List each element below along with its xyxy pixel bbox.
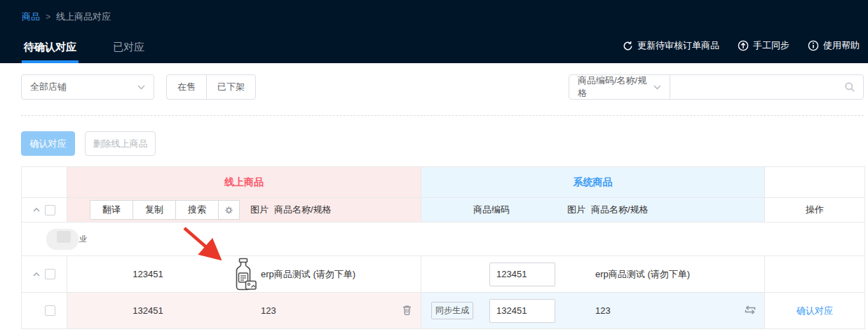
sync-generated-tag: 同步生成 xyxy=(431,302,473,319)
row-collapse-caret-up-icon[interactable] xyxy=(33,272,40,277)
search-type-select[interactable]: 商品编码/名称/规格 xyxy=(569,74,670,100)
manual-sync-label: 手工同步 xyxy=(753,39,789,52)
system-code-column-label: 商品编码 xyxy=(421,204,562,216)
copy-button[interactable]: 复制 xyxy=(133,200,176,220)
manual-sync-button[interactable]: 手工同步 xyxy=(738,39,789,52)
listing-status-button-group: 在售 已下架 xyxy=(166,74,256,100)
info-icon xyxy=(808,40,819,51)
upload-sync-icon xyxy=(738,40,749,51)
shop-select[interactable]: 全部店铺 xyxy=(21,74,154,100)
system-code-input[interactable] xyxy=(489,263,555,286)
group-header-online: 线上商品 xyxy=(67,167,421,197)
group-header-action-cell xyxy=(765,167,864,197)
settings-gear-button[interactable] xyxy=(218,200,240,220)
refresh-pending-orders-button[interactable]: 更新待审核订单商品 xyxy=(623,39,719,52)
breadcrumb: 商品 > 线上商品对应 xyxy=(0,0,868,23)
online-product-name: 123 xyxy=(259,305,421,316)
system-image-column-label: 图片 xyxy=(567,204,585,216)
system-product-name: 123 xyxy=(562,305,764,316)
chevron-down-icon xyxy=(653,85,661,90)
system-name-spec-column-label: 商品名称/规格 xyxy=(591,204,649,216)
confirm-match-button[interactable]: 确认对应 xyxy=(21,131,75,156)
on-sale-button[interactable]: 在售 xyxy=(166,74,207,100)
group-header-select-cell xyxy=(22,167,67,197)
delisted-button[interactable]: 已下架 xyxy=(206,74,256,100)
app-header: 商品 > 线上商品对应 待确认对应 已对应 更新待审核订单商品 手工同步 xyxy=(0,0,868,63)
online-name-spec-column-label: 商品名称/规格 xyxy=(274,204,332,216)
chevron-down-icon xyxy=(137,85,145,90)
tab-bar: 待确认对应 已对应 xyxy=(22,41,147,63)
help-button[interactable]: 使用帮助 xyxy=(808,39,860,52)
header-actions: 更新待审核订单商品 手工同步 使用帮助 xyxy=(623,39,860,52)
translate-button[interactable]: 翻译 xyxy=(90,200,133,220)
subheader-system-cell: 商品编码 图片 商品名称/规格 xyxy=(421,198,765,222)
search-input[interactable] xyxy=(670,75,844,99)
bottle-product-image xyxy=(230,258,258,291)
breadcrumb-current: 线上商品对应 xyxy=(56,11,111,23)
system-product-name: erp商品测试 (请勿下单) xyxy=(562,268,764,281)
shop-select-value: 全部店铺 xyxy=(30,81,67,93)
search-tool-button[interactable]: 搜索 xyxy=(175,200,219,220)
row-checkbox[interactable] xyxy=(45,305,55,316)
breadcrumb-separator: > xyxy=(46,12,50,22)
row-checkbox[interactable] xyxy=(45,269,55,279)
action-column-label: 操作 xyxy=(765,198,864,222)
store-group-row[interactable]: 业 xyxy=(22,223,864,256)
table-row: 132451 123 同步生成 123 xyxy=(22,293,864,329)
breadcrumb-root[interactable]: 商品 xyxy=(22,11,40,23)
product-match-table: 线上商品 系统商品 翻译 复制 搜索 xyxy=(21,166,865,329)
swap-arrows-icon xyxy=(743,305,757,315)
filter-bar: 全部店铺 在售 已下架 商品编码/名称/规格 xyxy=(0,74,868,100)
masked-store-name xyxy=(46,229,79,250)
online-product-code: 132451 xyxy=(67,305,229,316)
online-image-column-label: 图片 xyxy=(250,204,269,216)
help-label: 使用帮助 xyxy=(823,39,860,52)
trash-icon xyxy=(402,304,412,315)
table-subheader-row: 翻译 复制 搜索 图片 商品名称/规格 xyxy=(22,198,864,223)
refresh-pending-orders-label: 更新待审核订单商品 xyxy=(637,39,719,52)
masked-store-name-glyph: 业 xyxy=(79,234,88,244)
table-group-header-row: 线上商品 系统商品 xyxy=(22,167,864,198)
tab-pending-match[interactable]: 待确认对应 xyxy=(22,41,79,63)
refresh-icon xyxy=(623,41,633,51)
gear-icon xyxy=(224,205,234,215)
online-product-name: erp商品测试 (请勿下单) xyxy=(259,268,421,281)
dashed-divider xyxy=(21,115,864,116)
subheader-select-cell xyxy=(22,198,67,222)
swap-match-button[interactable] xyxy=(743,305,757,317)
row-action-cell xyxy=(765,256,864,292)
search-box xyxy=(670,74,864,100)
select-all-checkbox[interactable] xyxy=(45,205,55,215)
subheader-online-cell: 翻译 复制 搜索 图片 商品名称/规格 xyxy=(67,198,421,222)
table-row: 123451 erp商品测试 (请勿下单) xyxy=(22,256,864,293)
toolbar: 确认对应 删除线上商品 xyxy=(21,131,868,156)
online-tool-buttons: 翻译 复制 搜索 xyxy=(90,200,240,220)
delete-online-product-button[interactable]: 删除线上商品 xyxy=(85,131,156,156)
group-header-system: 系统商品 xyxy=(421,167,765,197)
online-product-code: 123451 xyxy=(67,269,229,279)
search-type-select-value: 商品编码/名称/规格 xyxy=(578,74,653,100)
collapse-all-caret-up-icon[interactable] xyxy=(33,208,40,212)
delete-row-button[interactable] xyxy=(402,304,412,317)
search-icon[interactable] xyxy=(844,81,855,93)
confirm-match-link[interactable]: 确认对应 xyxy=(796,305,833,317)
tab-matched[interactable]: 已对应 xyxy=(111,41,147,63)
system-code-input[interactable] xyxy=(489,299,555,323)
online-product-image[interactable] xyxy=(229,258,259,291)
